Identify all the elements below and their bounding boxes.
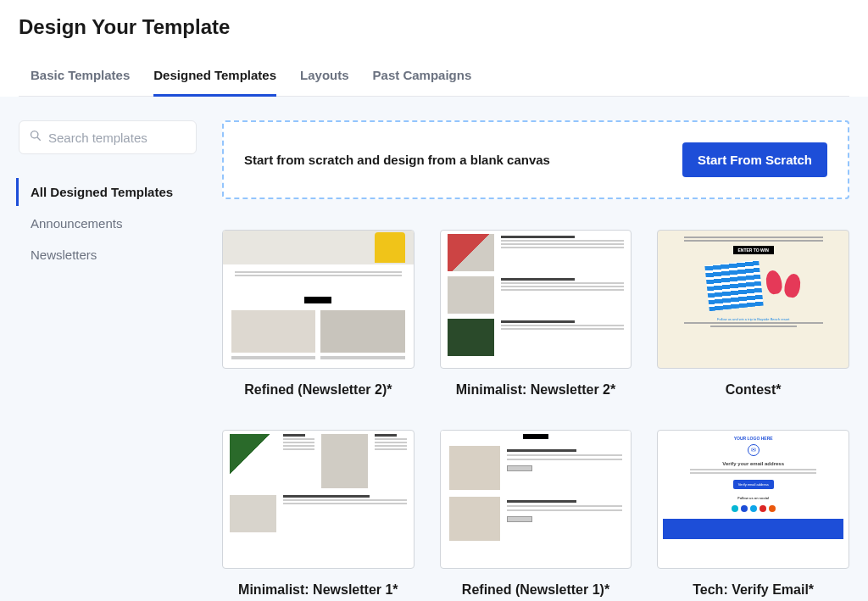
start-from-scratch-banner: Start from scratch and design from a bla… [222, 120, 849, 199]
template-card-tech-verify-email[interactable]: YOUR LOGO HERE ✉ Verify your email addre… [657, 430, 849, 599]
tab-basic-templates[interactable]: Basic Templates [31, 59, 130, 96]
tab-layouts[interactable]: Layouts [300, 59, 349, 96]
template-card-refined-newsletter-1[interactable]: Refined (Newsletter 1)* [440, 430, 632, 599]
sidebar-item-announcements[interactable]: Announcements [19, 209, 197, 237]
template-label: Tech: Verify Email* [693, 581, 814, 599]
tab-past-campaigns[interactable]: Past Campaigns [373, 59, 472, 96]
template-thumbnail [222, 230, 415, 369]
template-label: Refined (Newsletter 2)* [244, 381, 392, 399]
template-label: Refined (Newsletter 1)* [462, 581, 609, 599]
template-thumbnail [222, 430, 415, 569]
sidebar-item-all[interactable]: All Designed Templates [16, 178, 197, 206]
template-card-minimalist-newsletter-2[interactable]: Minimalist: Newsletter 2* [440, 230, 632, 399]
page-title: Design Your Template [19, 15, 849, 39]
tabs-nav: Basic Templates Designed Templates Layou… [19, 59, 849, 97]
template-card-minimalist-newsletter-1[interactable]: Minimalist: Newsletter 1* [222, 430, 415, 599]
sidebar-list: All Designed Templates Announcements New… [19, 178, 197, 269]
search-icon [30, 130, 42, 145]
scratch-banner-text: Start from scratch and design from a bla… [244, 153, 550, 167]
template-label: Minimalist: Newsletter 2* [456, 381, 616, 399]
templates-grid: Refined (Newsletter 2)* Minimalist: News… [222, 230, 849, 600]
search-input[interactable] [48, 131, 209, 145]
template-label: Minimalist: Newsletter 1* [238, 581, 398, 599]
start-from-scratch-button[interactable]: Start From Scratch [682, 142, 827, 177]
template-thumbnail [440, 430, 632, 569]
sidebar: All Designed Templates Announcements New… [19, 120, 197, 600]
template-thumbnail: ENTER TO WIN Follow us and win a trip to… [657, 230, 849, 369]
tab-designed-templates[interactable]: Designed Templates [153, 59, 276, 97]
main-content: Start from scratch and design from a bla… [222, 120, 849, 600]
search-box[interactable] [19, 120, 197, 154]
template-card-contest[interactable]: ENTER TO WIN Follow us and win a trip to… [657, 230, 849, 399]
template-label: Contest* [726, 381, 782, 399]
template-thumbnail: YOUR LOGO HERE ✉ Verify your email addre… [657, 430, 849, 569]
sidebar-item-newsletters[interactable]: Newsletters [19, 241, 197, 269]
template-card-refined-newsletter-2[interactable]: Refined (Newsletter 2)* [222, 230, 415, 399]
template-thumbnail [440, 230, 632, 369]
